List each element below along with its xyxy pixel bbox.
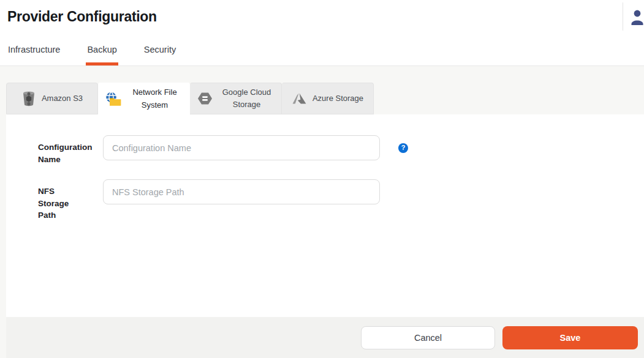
azure-storage-icon — [292, 92, 307, 105]
provider-tab-azure-storage[interactable]: Azure Storage — [282, 83, 374, 114]
header-divider — [623, 2, 623, 31]
tab-infrastructure[interactable]: Infrastructure — [8, 34, 60, 65]
help-icon[interactable]: ? — [398, 143, 408, 153]
provider-tabs: Amazon S3 Network File System — [6, 83, 644, 114]
provider-configuration-screen: Provider Configuration Infrastructure Ba… — [0, 0, 644, 358]
provider-tab-amazon-s3[interactable]: Amazon S3 — [6, 83, 98, 114]
page-title: Provider Configuration — [7, 9, 157, 25]
google-cloud-storage-icon — [197, 91, 213, 106]
network-file-system-icon — [105, 91, 121, 106]
provider-tab-label: Amazon S3 — [42, 92, 83, 105]
configuration-name-label: Configuration Name — [38, 135, 81, 165]
user-menu-button[interactable] — [629, 8, 644, 26]
tab-backup[interactable]: Backup — [87, 34, 116, 65]
cancel-button[interactable]: Cancel — [361, 326, 495, 349]
nfs-storage-path-label: NFS Storage Path — [38, 179, 81, 222]
amazon-s3-icon — [21, 91, 36, 107]
footer-actions: Cancel Save — [6, 317, 644, 358]
main-tabs: Infrastructure Backup Security — [0, 34, 644, 66]
nfs-storage-path-input[interactable] — [103, 179, 380, 204]
configuration-name-row: Configuration Name ? — [6, 135, 644, 165]
provider-tab-google-cloud-storage[interactable]: Google Cloud Storage — [190, 83, 282, 114]
tab-security-label: Security — [144, 45, 176, 54]
configuration-name-input[interactable] — [103, 135, 380, 160]
nfs-storage-path-row: NFS Storage Path — [6, 179, 644, 222]
page-header: Provider Configuration — [0, 0, 644, 34]
active-tab-underline — [86, 62, 118, 65]
provider-tab-label: Google Cloud Storage — [219, 86, 275, 111]
save-button[interactable]: Save — [502, 326, 638, 349]
tab-security[interactable]: Security — [144, 34, 176, 65]
provider-tab-label: Network File System — [127, 86, 183, 111]
tab-infrastructure-label: Infrastructure — [8, 45, 60, 54]
form-panel: Configuration Name ? NFS Storage Path — [6, 114, 644, 317]
provider-tab-network-file-system[interactable]: Network File System — [98, 83, 190, 114]
provider-tab-label: Azure Storage — [313, 92, 363, 105]
tab-backup-label: Backup — [87, 45, 116, 54]
user-icon — [629, 19, 644, 28]
